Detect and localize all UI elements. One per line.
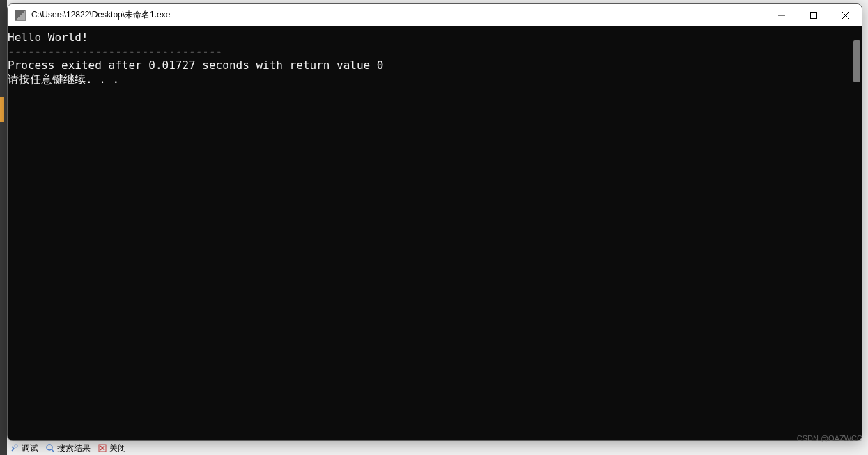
window-controls xyxy=(766,4,862,26)
svg-point-5 xyxy=(47,445,52,450)
close-button[interactable] xyxy=(830,4,862,26)
minimize-button[interactable] xyxy=(766,4,798,26)
tab-search-label: 搜索结果 xyxy=(57,442,91,454)
output-line: -------------------------------- xyxy=(8,45,222,58)
tab-debug-label: 调试 xyxy=(22,442,38,454)
svg-point-4 xyxy=(15,445,17,447)
titlebar[interactable]: C:\Users\12822\Desktop\未命名1.exe xyxy=(8,4,862,26)
svg-line-6 xyxy=(52,449,54,452)
tab-search-results[interactable]: 搜索结果 xyxy=(44,442,92,454)
close-tab-icon xyxy=(98,443,107,453)
debug-icon xyxy=(10,443,20,453)
tab-close-label: 关闭 xyxy=(109,442,126,454)
tab-close[interactable]: 关闭 xyxy=(96,442,127,454)
app-icon xyxy=(15,10,26,21)
window-title: C:\Users\12822\Desktop\未命名1.exe xyxy=(31,9,766,21)
scrollbar-thumb[interactable] xyxy=(853,40,860,82)
output-line: Hello World! xyxy=(8,31,88,44)
maximize-icon xyxy=(810,12,817,19)
background-orange-marker xyxy=(0,97,4,122)
output-line: 请按任意键继续. . . xyxy=(8,72,119,86)
maximize-button[interactable] xyxy=(798,4,830,26)
console-window: C:\Users\12822\Desktop\未命名1.exe Hello Wo xyxy=(7,3,862,441)
search-icon xyxy=(45,443,55,453)
minimize-icon xyxy=(778,12,785,19)
close-icon xyxy=(842,12,849,19)
background-left-strip xyxy=(0,0,7,455)
watermark: CSDN @OAZWCC xyxy=(797,434,862,442)
console-output: Hello World! ---------------------------… xyxy=(8,26,862,86)
tab-debug[interactable]: 调试 xyxy=(8,442,40,454)
scrollbar-track[interactable] xyxy=(852,26,862,440)
console-area[interactable]: Hello World! ---------------------------… xyxy=(8,26,862,440)
ide-bottom-tabs: 调试 搜索结果 关闭 xyxy=(8,441,127,455)
svg-rect-1 xyxy=(811,13,817,19)
output-line: Process exited after 0.01727 seconds wit… xyxy=(8,59,383,72)
